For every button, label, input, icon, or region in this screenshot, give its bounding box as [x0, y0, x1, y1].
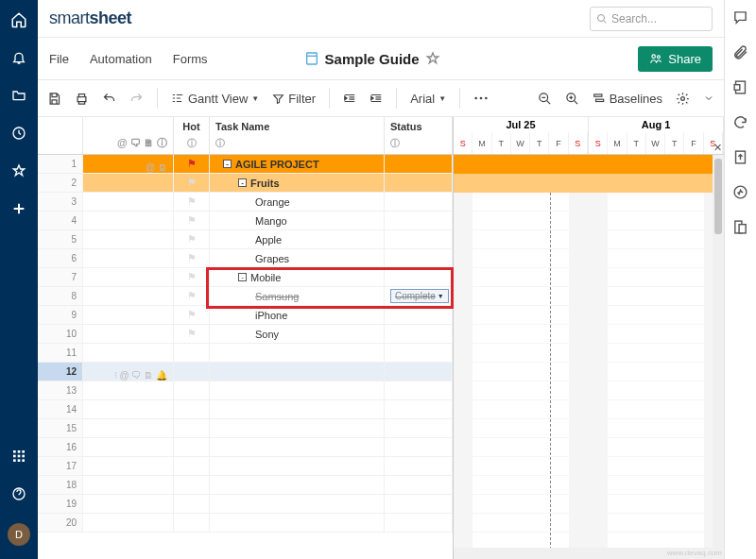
- view-switcher[interactable]: Gantt View ▼: [171, 92, 259, 106]
- home-icon[interactable]: [10, 11, 27, 28]
- close-icon[interactable]: ✕: [713, 142, 722, 154]
- activity-icon[interactable]: [732, 184, 748, 200]
- timeline-day: S: [569, 132, 588, 154]
- search-placeholder: Search...: [611, 12, 657, 25]
- table-row[interactable]: 17: [38, 457, 453, 476]
- baselines-button[interactable]: Baselines: [593, 92, 662, 106]
- grid-body[interactable]: 1@ 🗎⚑-AGILE PROJECT2⚑-Fruits3⚑Orange4⚑Ma…: [38, 155, 453, 559]
- chevron-down-icon[interactable]: [703, 93, 714, 104]
- search-input[interactable]: Search...: [590, 7, 713, 31]
- table-row[interactable]: 3⚑Orange: [38, 193, 453, 212]
- svg-rect-29: [739, 225, 746, 233]
- table-row[interactable]: 6⚑Grapes: [38, 249, 453, 268]
- timeline-day: F: [549, 132, 568, 154]
- status-dropdown[interactable]: Complete▼: [390, 289, 449, 303]
- svg-rect-22: [595, 99, 603, 101]
- filter-button[interactable]: Filter: [272, 92, 316, 106]
- svg-point-11: [598, 14, 605, 21]
- help-icon[interactable]: [10, 485, 27, 502]
- table-row[interactable]: 12⁝ @ 🗨 🗎 🔔: [38, 363, 453, 381]
- update-requests-icon[interactable]: [732, 114, 748, 130]
- apps-icon[interactable]: [10, 448, 27, 465]
- table-row[interactable]: 1@ 🗎⚑-AGILE PROJECT: [38, 155, 453, 174]
- table-row[interactable]: 10⚑Sony: [38, 325, 453, 344]
- table-row[interactable]: 11: [38, 344, 453, 363]
- right-panel-bar: [724, 0, 756, 559]
- svg-point-23: [681, 96, 685, 100]
- svg-rect-4: [13, 455, 16, 458]
- comments-icon[interactable]: [732, 9, 748, 25]
- add-icon[interactable]: [10, 200, 27, 217]
- recents-icon[interactable]: [10, 125, 27, 142]
- table-row[interactable]: 14: [38, 400, 453, 419]
- header-task[interactable]: Task Nameⓘ: [210, 117, 385, 154]
- menu-file[interactable]: File: [49, 52, 69, 66]
- favorites-icon[interactable]: [10, 162, 27, 179]
- table-row[interactable]: 2⚑-Fruits: [38, 174, 453, 193]
- timeline-day: S: [454, 132, 472, 154]
- indent-icon[interactable]: [369, 92, 383, 105]
- table-row[interactable]: 15: [38, 419, 453, 438]
- timeline-day: T: [492, 132, 511, 154]
- document-title: Sample Guide: [304, 50, 440, 67]
- table-row[interactable]: 19: [38, 495, 453, 514]
- star-icon[interactable]: [425, 51, 440, 66]
- header-hot[interactable]: Hotⓘ: [174, 117, 210, 154]
- svg-rect-6: [22, 455, 25, 458]
- header-status[interactable]: Statusⓘ: [385, 117, 453, 154]
- svg-rect-9: [22, 459, 25, 462]
- more-icon[interactable]: [473, 96, 489, 100]
- timeline-week-label: Aug 1: [589, 117, 723, 132]
- share-button[interactable]: Share: [638, 46, 713, 72]
- timeline-day: W: [511, 132, 530, 154]
- content-area: @ 🗨 🗎 ⓘ Hotⓘ Task Nameⓘ Statusⓘ 1@ 🗎⚑-AG…: [38, 117, 724, 559]
- table-row[interactable]: 13: [38, 381, 453, 400]
- table-row[interactable]: 18: [38, 476, 453, 495]
- font-selector[interactable]: Arial ▼: [410, 92, 446, 106]
- timeline-day: T: [530, 132, 549, 154]
- svg-rect-25: [734, 85, 740, 91]
- table-row[interactable]: 8⚑SamsungComplete▼: [38, 287, 453, 306]
- save-icon[interactable]: [47, 92, 61, 106]
- proofs-icon[interactable]: [732, 79, 748, 95]
- timeline-week-label: Jul 25: [454, 117, 588, 132]
- table-row[interactable]: 16: [38, 438, 453, 457]
- zoom-in-icon[interactable]: [565, 92, 579, 106]
- timeline-day: T: [665, 132, 684, 154]
- timeline-day: M: [608, 132, 627, 154]
- zoom-out-icon[interactable]: [538, 92, 552, 106]
- notifications-icon[interactable]: [10, 49, 27, 66]
- menu-bar: File Automation Forms Sample Guide Share: [38, 38, 724, 79]
- outdent-icon[interactable]: [343, 92, 356, 105]
- top-bar: smartsheet Search...: [38, 0, 724, 38]
- settings-icon[interactable]: [676, 92, 690, 106]
- redo-icon[interactable]: [129, 92, 144, 106]
- svg-point-13: [652, 55, 656, 59]
- gantt-body[interactable]: [454, 155, 724, 559]
- toolbar: Gantt View ▼ Filter Arial ▼ Baselines: [38, 79, 724, 117]
- menu-automation[interactable]: Automation: [90, 52, 152, 66]
- avatar[interactable]: D: [8, 523, 30, 546]
- table-row[interactable]: 5⚑Apple: [38, 230, 453, 249]
- attachments-icon[interactable]: [732, 44, 748, 60]
- svg-rect-5: [18, 455, 21, 458]
- svg-point-18: [485, 97, 488, 100]
- menu-forms[interactable]: Forms: [173, 52, 208, 66]
- folder-icon[interactable]: [10, 87, 27, 104]
- svg-rect-15: [77, 96, 86, 101]
- table-row[interactable]: 4⚑Mango: [38, 212, 453, 230]
- print-icon[interactable]: [75, 92, 89, 106]
- svg-rect-21: [593, 94, 601, 96]
- table-row[interactable]: 7⚑-Mobile: [38, 268, 453, 287]
- people-icon: [649, 52, 662, 65]
- svg-rect-3: [22, 450, 25, 453]
- publish-icon[interactable]: [732, 149, 748, 165]
- brand-logo: smartsheet: [49, 8, 131, 28]
- table-row[interactable]: 20: [38, 514, 453, 533]
- undo-icon[interactable]: [102, 92, 116, 106]
- summary-icon[interactable]: [732, 219, 748, 235]
- table-row[interactable]: 9⚑iPhone: [38, 306, 453, 325]
- timeline-day: M: [472, 132, 491, 154]
- vertical-scrollbar[interactable]: [713, 155, 724, 559]
- timeline-day: F: [684, 132, 703, 154]
